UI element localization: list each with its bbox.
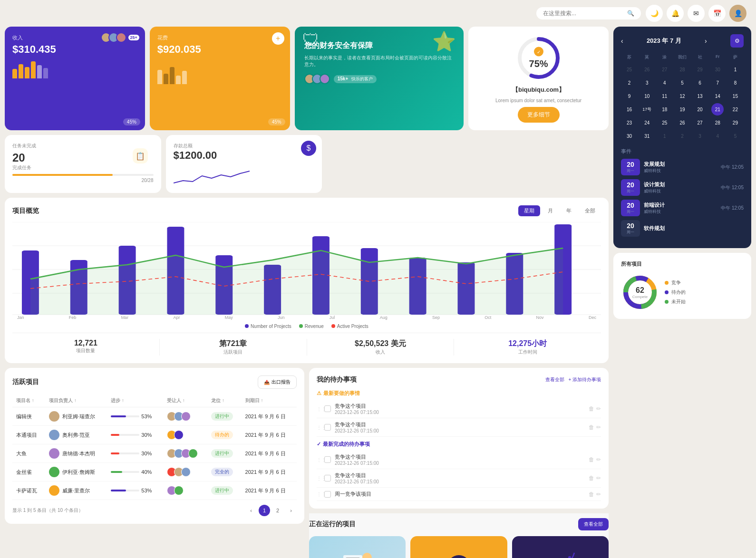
cal-day-3b[interactable]: 3 (694, 130, 706, 142)
search-input[interactable] (543, 10, 623, 17)
cal-day-20[interactable]: 20 (694, 103, 706, 115)
cal-day-11[interactable]: 11 (659, 90, 671, 102)
notification-icon[interactable]: 🔔 (667, 5, 684, 22)
add-todo-link[interactable]: + 添加待办事项 (568, 376, 601, 383)
cal-prev-button[interactable]: ‹ (621, 37, 623, 45)
cal-day-25b[interactable]: 25 (659, 116, 671, 129)
cal-day-27b[interactable]: 27 (694, 116, 706, 129)
cal-next-button[interactable]: › (705, 37, 707, 45)
cal-day-2b[interactable]: 2 (676, 130, 688, 142)
drag-handle[interactable]: ⋮⋮ (317, 457, 320, 462)
view-all-button[interactable]: 查看全部 (578, 518, 609, 530)
cal-day-28b[interactable]: 28 (711, 116, 724, 129)
col-manager[interactable]: 项目负责人 ↑ (45, 394, 107, 407)
col-position[interactable]: 龙位 ↑ (207, 394, 241, 407)
cal-day-8[interactable]: 8 (729, 77, 741, 89)
cal-day-30[interactable]: 30 (711, 63, 724, 76)
edit-todo-button[interactable]: ✏ (596, 491, 601, 498)
cal-day-10[interactable]: 10 (641, 90, 653, 102)
drag-handle[interactable]: ⋮⋮ (317, 425, 320, 430)
cal-day-17[interactable]: 17号 (641, 103, 653, 115)
cal-day-5[interactable]: 5 (676, 77, 688, 89)
more-details-button[interactable]: 更多细节 (518, 107, 560, 123)
cal-day-25[interactable]: 25 (623, 63, 636, 76)
cal-day-28[interactable]: 28 (676, 63, 688, 76)
view-all-link[interactable]: 查看全部 (545, 376, 564, 383)
cal-day-14[interactable]: 14 (711, 90, 724, 102)
next-page-button[interactable]: › (285, 505, 297, 516)
cal-day-22[interactable]: 22 (729, 103, 741, 115)
col-progress[interactable]: 进步 ↑ (107, 394, 163, 407)
col-duedate[interactable]: 到期日 ↑ (242, 394, 297, 407)
cal-settings-button[interactable]: ⚙ (730, 34, 744, 48)
cal-day-29b[interactable]: 29 (729, 116, 741, 129)
delete-todo-button[interactable]: 🗑 (589, 475, 594, 481)
delete-todo-button[interactable]: 🗑 (589, 405, 594, 412)
event-3-badge: 20 周一 (621, 200, 640, 216)
todo-checkbox-3[interactable] (324, 456, 331, 463)
expense-card: 花费 $920.035 + 45% (150, 27, 290, 130)
cal-day-30b[interactable]: 30 (623, 130, 636, 142)
theme-toggle[interactable]: 🌙 (646, 5, 663, 22)
drag-handle[interactable]: ⋮⋮ (317, 406, 320, 412)
tab-year[interactable]: 年 (561, 205, 577, 216)
delete-todo-button[interactable]: 🗑 (589, 424, 594, 431)
cal-day-5b[interactable]: 5 (729, 130, 741, 142)
cal-day-9[interactable]: 9 (623, 90, 636, 102)
todo-checkbox-2[interactable] (324, 424, 331, 431)
add-expense-button[interactable]: + (272, 32, 284, 45)
cal-day-3[interactable]: 3 (641, 77, 653, 89)
cal-day-18[interactable]: 18 (659, 103, 671, 115)
drag-handle[interactable]: ⋮⋮ (317, 476, 320, 481)
cal-day-1[interactable]: 1 (729, 63, 741, 76)
cal-day-1b[interactable]: 1 (659, 130, 671, 142)
cal-day-2[interactable]: 2 (623, 77, 636, 89)
cal-day-27[interactable]: 27 (659, 63, 671, 76)
cal-day-16[interactable]: 16 (623, 103, 636, 115)
project-date: 2021 年 9 月 6 日 (242, 407, 297, 426)
cal-day-24[interactable]: 24 (641, 116, 653, 129)
cal-day-23[interactable]: 23 (623, 116, 636, 129)
cal-day-15[interactable]: 15 (729, 90, 741, 102)
col-name[interactable]: 项目名 ↑ (12, 394, 45, 407)
col-assignee[interactable]: 受让人 ↑ (163, 394, 207, 407)
todo-checkbox-5[interactable] (324, 491, 331, 498)
edit-todo-button[interactable]: ✏ (596, 405, 601, 412)
tab-all[interactable]: 全部 (579, 205, 601, 216)
page-2-button[interactable]: 2 (272, 505, 283, 516)
cal-day-31[interactable]: 31 (641, 130, 653, 142)
tab-week[interactable]: 星期 (518, 205, 540, 216)
delete-todo-button[interactable]: 🗑 (589, 456, 594, 463)
search-box[interactable]: 🔍 (536, 7, 641, 19)
cal-day-26[interactable]: 26 (641, 63, 653, 76)
drag-handle[interactable]: ⋮⋮ (317, 491, 320, 497)
todo-checkbox-4[interactable] (324, 475, 331, 481)
page-buttons[interactable]: ‹ 1 2 › (245, 505, 297, 516)
edit-todo-button[interactable]: ✏ (596, 475, 601, 481)
cal-day-7[interactable]: 7 (711, 77, 724, 89)
cal-day-19[interactable]: 19 (676, 103, 688, 115)
cal-day-12[interactable]: 12 (676, 90, 688, 102)
weekday-sa: 萨 (727, 53, 744, 61)
cal-day-4[interactable]: 4 (659, 77, 671, 89)
expense-title: 花费 (157, 34, 282, 41)
tab-month[interactable]: 月 (542, 205, 559, 216)
event-1-time: 中午 12:05 (721, 164, 744, 171)
cal-day-13[interactable]: 13 (694, 90, 706, 102)
cal-day-29[interactable]: 29 (694, 63, 706, 76)
page-1-button[interactable]: 1 (259, 505, 270, 516)
edit-todo-button[interactable]: ✏ (596, 424, 601, 431)
todo-checkbox-1[interactable] (324, 405, 331, 412)
cal-day-21[interactable]: 21 (711, 103, 724, 115)
cal-day-26b[interactable]: 26 (676, 116, 688, 129)
cal-day-4b[interactable]: 4 (711, 130, 724, 142)
avatar[interactable]: 👤 (729, 5, 746, 22)
mail-icon[interactable]: ✉ (688, 5, 705, 22)
cal-day-6[interactable]: 6 (694, 77, 706, 89)
calendar-icon[interactable]: 📅 (708, 5, 726, 22)
edit-todo-button[interactable]: ✏ (596, 456, 601, 463)
export-button[interactable]: 📤 出口报告 (258, 375, 297, 389)
po-tabs[interactable]: 星期 月 年 全部 (518, 205, 601, 216)
prev-page-button[interactable]: ‹ (245, 505, 257, 516)
delete-todo-button[interactable]: 🗑 (589, 491, 594, 498)
